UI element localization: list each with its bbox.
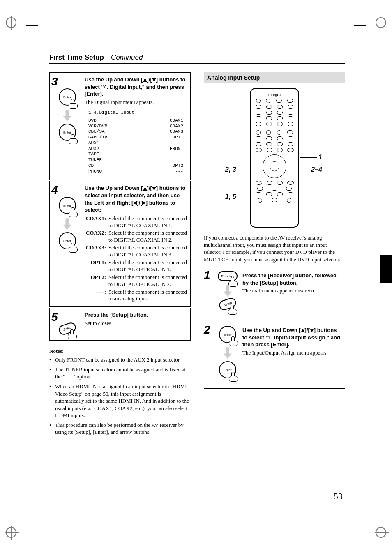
remote-diagram: Integra 2, 3 1, 5 [204, 88, 345, 228]
right-arrow-icon [142, 201, 146, 205]
right-step-1-instruction: Press the [Receiver] button, followed by… [242, 272, 342, 286]
text: Use the Up and Down [ [85, 185, 143, 191]
dpad-icon [263, 154, 286, 178]
crop-mark [26, 20, 38, 31]
text: ]/[ [137, 200, 142, 206]
note-text: When an HDMI IN is assigned to an input … [55, 383, 191, 419]
menu-row: AUX2FRONT [88, 146, 183, 152]
step-number: 4 [51, 184, 83, 197]
left-column: 3 Use the Up [49, 72, 191, 438]
option-text: Select if the component is connected to … [108, 274, 187, 288]
option-label: - - -: [85, 289, 108, 303]
registration-mark [6, 527, 16, 538]
hand-icon [229, 372, 239, 382]
option-label: OPT1: [85, 259, 108, 273]
right-step-1: 1 Press the [Rec [204, 269, 345, 319]
menu-row: TAPE--- [88, 152, 183, 157]
down-arrow-icon [152, 78, 156, 82]
right-step-2: 2 U [204, 323, 345, 389]
bullet: • [49, 356, 55, 364]
step-5-instruction: Press the [Setup] button. [85, 311, 187, 319]
text: ]/[ [305, 327, 310, 333]
step-number: 1 [204, 269, 213, 313]
callout-2-3: 2, 3 [225, 166, 254, 173]
remote-brand: Integra [253, 93, 296, 97]
page-header: First Time Setup—Continued [49, 53, 345, 64]
option-label: COAX1: [85, 215, 108, 229]
option-label: COAX3: [85, 244, 108, 258]
arrow-down-icon [224, 347, 232, 359]
callout-1-5: 1, 5 [225, 193, 254, 200]
hand-icon [69, 243, 78, 253]
step-4-instruction: Use the Up and Down []/[] buttons to sel… [85, 184, 187, 213]
step-3: 3 Use the Up [49, 72, 191, 180]
right-step-2-result: The Input/Output Assign menu appears. [242, 349, 342, 357]
registration-mark [6, 17, 16, 28]
menu-row: VCR/DVRCOAX2 [88, 124, 183, 129]
text: Use the Up and Down [ [85, 76, 143, 83]
step-number: 3 [51, 75, 83, 88]
crop-mark [372, 37, 384, 48]
step-number: 5 [51, 311, 83, 324]
registration-mark [376, 17, 386, 28]
bullet: • [49, 383, 55, 419]
arrow-down-icon [63, 110, 71, 121]
up-arrow-icon [301, 329, 305, 332]
option-text: Select if the component is connected to … [108, 215, 187, 229]
crop-mark [354, 20, 366, 31]
option-text: Select if the component is connected to … [108, 289, 187, 303]
note-text: Only FRONT can be assigned to the AUX 2 … [55, 356, 191, 364]
hand-icon [68, 329, 78, 339]
option-text: Select if the component is connected to … [108, 230, 187, 244]
down-arrow-icon [310, 329, 314, 332]
digital-input-menu: 1-4.Digital Input DVDCOAX1 VCR/DVRCOAX2 … [85, 108, 187, 176]
text: ]/[ [147, 185, 152, 191]
note-text: The TUNER input selector cannot be assig… [55, 366, 191, 380]
step-4: 4 Use the Up [49, 181, 191, 307]
right-step-1-result: The main menu appears onscreen. [242, 287, 342, 295]
callout-2-4: 2–4 [293, 166, 322, 173]
registration-mark [376, 527, 386, 538]
menu-row: AUX1--- [88, 140, 183, 146]
right-step-2-instruction: Use the Up and Down []/[] buttons to sel… [242, 327, 342, 348]
menu-row: TUNER--- [88, 157, 183, 163]
arrow-down-icon [63, 218, 71, 230]
text: Use the Up and Down [ [242, 327, 301, 333]
option-label: COAX2: [85, 230, 108, 244]
thumb-tab [380, 255, 392, 283]
page-number: 53 [334, 491, 343, 502]
note-text: This procedure can also be performed on … [55, 421, 191, 436]
crop-mark [354, 524, 366, 535]
bullet: • [49, 366, 55, 380]
menu-row: CDOPT2 [88, 163, 183, 169]
up-arrow-icon [143, 187, 147, 191]
crop-mark [189, 524, 201, 535]
page-content: First Time Setup—Continued 3 [49, 53, 345, 438]
notes-heading: Notes: [49, 348, 191, 355]
menu-row: PHONO--- [88, 169, 183, 175]
crop-mark [26, 524, 38, 535]
step-4-options: COAX1:Select if the component is connect… [85, 215, 187, 303]
crop-mark [8, 37, 20, 48]
menu-row: DVDCOAX1 [88, 118, 183, 124]
step-3-result: The Digital Input menu appears. [85, 99, 187, 106]
notes-section: Notes: •Only FRONT can be assigned to th… [49, 348, 191, 435]
analog-intro-paragraph: If you connect a component to the AV rec… [204, 234, 345, 263]
down-arrow-icon [152, 187, 156, 191]
hand-icon [69, 99, 78, 109]
menu-row: GAME/TVOPT1 [88, 135, 183, 140]
header-title: First Time Setup [49, 53, 104, 61]
step-5-result: Setup closes. [85, 320, 187, 327]
hand-icon [228, 277, 238, 287]
callout-1: 1 [300, 154, 322, 161]
hand-icon [69, 134, 78, 144]
hand-icon [69, 207, 78, 217]
crop-mark [8, 263, 20, 274]
bullet: • [49, 421, 55, 436]
menu-row: CBL/SATCOAX3 [88, 129, 183, 135]
hand-icon [228, 305, 238, 315]
option-text: Select if the component is connected to … [108, 244, 187, 258]
up-arrow-icon [143, 78, 147, 82]
option-label: OPT2: [85, 274, 108, 288]
remote-control-icon: Integra 2, 3 1, 5 [250, 88, 299, 228]
